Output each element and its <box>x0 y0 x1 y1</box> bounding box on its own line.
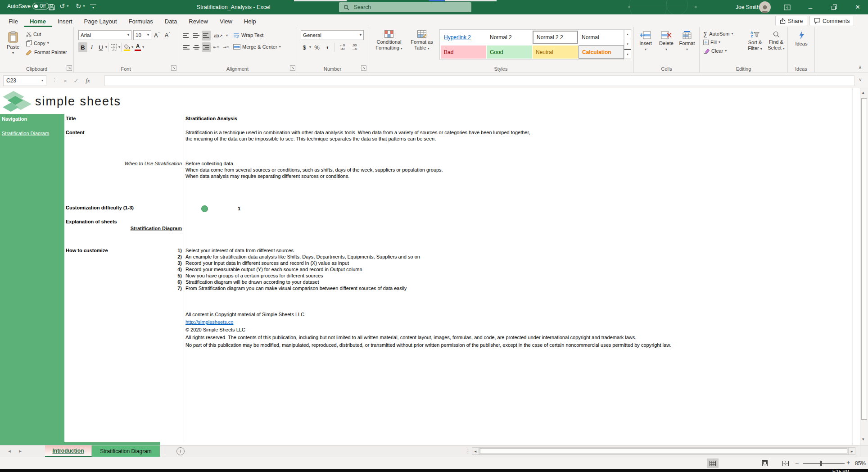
vertical-scrollbar[interactable]: ▴ ▾ <box>860 88 868 445</box>
navigation-header: Navigation <box>2 116 27 122</box>
page-break-preview-icon <box>782 461 789 466</box>
zoom-in-button[interactable]: + <box>846 459 850 466</box>
list-item: Record your measurable output (Y) for ea… <box>185 267 362 272</box>
difficulty-label: Customization difficulty (1-3) <box>66 205 134 210</box>
copyright-line: No part of this publication may be modif… <box>185 342 671 348</box>
list-number: 5) <box>0 273 182 278</box>
list-number: 4) <box>0 267 182 272</box>
zoom-out-button[interactable]: − <box>795 459 799 467</box>
row-content-label: Content <box>66 130 85 135</box>
list-number: 3) <box>0 260 182 266</box>
vscroll-down-arrow[interactable]: ▾ <box>862 437 864 441</box>
list-item: Select your interest of data from differ… <box>185 248 294 253</box>
hscroll-left-arrow[interactable]: ◂ <box>472 447 479 455</box>
list-item: Stratification diagram will be drawn acc… <box>185 279 319 285</box>
tab-splitter-grip[interactable]: ⋮ <box>466 449 470 454</box>
divider <box>165 447 165 455</box>
status-bar: − + 85% <box>0 457 868 469</box>
list-number: 1) <box>0 248 182 253</box>
copyright-line: All rights reserved. The contents of thi… <box>185 335 636 340</box>
column-gridline <box>184 114 184 443</box>
sheet-link-stratification-diagram[interactable]: Stratification Diagram <box>0 226 182 231</box>
horizontal-scrollbar-thumb[interactable] <box>480 448 847 454</box>
simplesheets-link[interactable]: http://simplesheets.co <box>185 319 233 325</box>
page-layout-view-button[interactable] <box>759 458 771 468</box>
hscroll-right-arrow[interactable]: ▸ <box>848 447 855 455</box>
green-bottom-strip <box>0 442 160 445</box>
when-to-use-label: When to Use Stratification <box>0 161 182 166</box>
page-break-preview-button[interactable] <box>780 458 791 468</box>
list-number: 6) <box>0 279 182 285</box>
difficulty-value: 1 <box>238 206 240 211</box>
taskbar[interactable]: 5:15 PM <box>0 469 868 472</box>
sheet-right-edge <box>852 88 853 445</box>
sheet-tab-introduction[interactable]: Introduction <box>45 445 92 457</box>
difficulty-indicator <box>201 205 208 212</box>
copyright-line: © 2020 Simple Sheets LLC <box>185 327 245 332</box>
logo-text: simple sheets <box>35 95 121 109</box>
list-number: 7) <box>0 286 182 291</box>
vscroll-up-arrow[interactable]: ▴ <box>862 90 864 95</box>
content-line: Stratification is a technique used in co… <box>185 130 530 135</box>
sheet-tab-stratification-diagram[interactable]: Stratification Diagram <box>92 445 160 457</box>
copyright-line: All content is Copyright material of Sim… <box>185 312 306 317</box>
list-number: 2) <box>0 254 182 259</box>
sheet-tab-bar: ◂ ▸ Introduction Stratification Diagram … <box>0 445 868 457</box>
horizontal-scrollbar[interactable] <box>479 447 848 455</box>
sheet-scroll-left[interactable]: ◂ <box>5 445 14 457</box>
scrollbar-corner <box>860 445 868 457</box>
sheet-area: simple sheets Navigation Stratification … <box>0 0 868 472</box>
vertical-scrollbar-thumb[interactable] <box>861 98 867 420</box>
list-item: Now you have groups of a certain process… <box>185 273 323 278</box>
title-value: Stratification Analysis <box>185 116 237 121</box>
navigation-link-stratification-diagram[interactable]: Stratification Diagram <box>2 131 49 136</box>
normal-view-button[interactable] <box>707 458 719 468</box>
zoom-slider-track[interactable] <box>803 463 845 464</box>
when-line: When data come from several sources or c… <box>185 167 443 172</box>
list-item: An example for stratification data analy… <box>185 254 420 259</box>
plus-icon: + <box>179 448 182 454</box>
explanation-label: Explanation of sheets <box>66 219 117 224</box>
zoom-slider-thumb[interactable] <box>820 461 822 466</box>
list-item: From Stratification diagram you can make… <box>185 286 407 291</box>
page-layout-view-icon <box>762 460 768 466</box>
sheet-scroll-right[interactable]: ▸ <box>15 445 25 457</box>
when-line: When data analysis may require separatin… <box>185 173 349 179</box>
row-title-label: Title <box>66 116 76 121</box>
list-item: Record your input data in different sour… <box>185 260 349 266</box>
content-line: the meaning of the data can be impossibl… <box>185 136 436 141</box>
normal-view-icon <box>710 461 716 466</box>
zoom-level[interactable]: 85% <box>855 460 866 467</box>
taskbar-clock: 5:15 PM <box>832 469 849 472</box>
new-sheet-button[interactable]: + <box>176 447 185 455</box>
when-line: Before collecting data. <box>185 161 235 166</box>
